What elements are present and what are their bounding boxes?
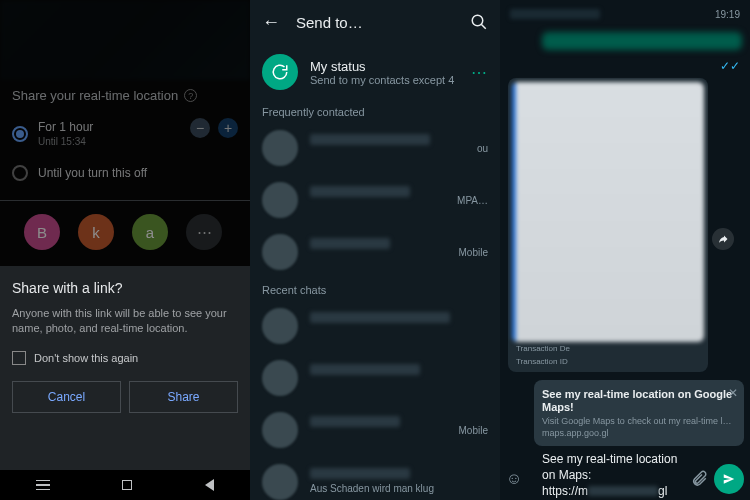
- contact-name-blurred: [310, 312, 450, 323]
- contact-sub: Mobile: [459, 425, 488, 436]
- section-frequently-contacted: Frequently contacted: [250, 100, 500, 122]
- help-icon[interactable]: ?: [184, 89, 197, 102]
- image-caption: Transaction ID: [512, 355, 704, 368]
- nav-home-icon[interactable]: [122, 480, 132, 490]
- chat-input-row: ☺: [506, 464, 744, 494]
- contact-row[interactable]: [250, 300, 500, 352]
- option-label: For 1 hour Until 15:34: [38, 120, 93, 149]
- chat-area[interactable]: ✓✓ Transaction De Transaction ID ✕ See m…: [500, 28, 750, 500]
- back-icon[interactable]: ←: [262, 12, 280, 33]
- option-label: Until you turn this off: [38, 166, 147, 180]
- svg-line-1: [481, 24, 486, 29]
- sheet-button-row: Cancel Share: [12, 381, 238, 413]
- duration-option-until-off[interactable]: Until you turn this off: [12, 165, 238, 181]
- status-refresh-icon: [262, 54, 298, 90]
- contact-name-blurred: [310, 468, 410, 479]
- more-avatar-button[interactable]: ⋯: [186, 214, 222, 250]
- contact-sub: MPA…: [457, 195, 488, 206]
- nav-recents-icon[interactable]: [36, 480, 50, 491]
- page-title: Send to…: [296, 14, 454, 31]
- contact-row[interactable]: Mobile: [250, 226, 500, 278]
- msg-timestamp: 19:19: [715, 9, 740, 20]
- divider: [0, 200, 250, 201]
- maps-share-panel: Share your real-time location ? For 1 ho…: [0, 0, 250, 500]
- link-subtitle: Visit Google Maps to check out my real-t…: [542, 416, 736, 426]
- avatar[interactable]: a: [132, 214, 168, 250]
- contact-name-blurred: [310, 364, 420, 375]
- link-title: See my real-time location on Google Maps…: [542, 388, 736, 414]
- send-button[interactable]: [714, 464, 744, 494]
- emoji-icon[interactable]: ☺: [506, 470, 522, 488]
- image-thumbnail[interactable]: [512, 82, 704, 342]
- read-ticks-icon: ✓✓: [720, 59, 740, 73]
- image-caption: Transaction De: [512, 342, 704, 355]
- share-button[interactable]: Share: [129, 381, 238, 413]
- status-more-icon[interactable]: ⋯: [471, 63, 488, 82]
- avatar[interactable]: k: [78, 214, 114, 250]
- outgoing-msg-blurred[interactable]: [542, 32, 742, 50]
- chat-topline: 19:19: [500, 0, 750, 28]
- link-preview-card[interactable]: ✕ See my real-time location on Google Ma…: [534, 380, 744, 446]
- search-icon[interactable]: [470, 13, 488, 31]
- forward-icon[interactable]: [712, 228, 734, 250]
- contact-row[interactable]: [250, 352, 500, 404]
- send-to-header: ← Send to…: [250, 0, 500, 44]
- contact-sub: ou: [477, 143, 488, 154]
- android-navbar: [0, 470, 250, 500]
- share-header-text: Share your real-time location: [12, 88, 178, 103]
- contact-name-blurred: [310, 186, 410, 197]
- avatar: [262, 412, 298, 448]
- svg-point-0: [472, 15, 483, 26]
- close-icon[interactable]: ✕: [728, 386, 738, 400]
- checkbox-label: Don't show this again: [34, 352, 138, 364]
- status-subtitle: Send to my contacts except 4: [310, 74, 459, 86]
- contact-row[interactable]: ou: [250, 122, 500, 174]
- whatsapp-send-to-panel: ← Send to… My status Send to my contacts…: [250, 0, 500, 500]
- link-domain: maps.app.goo.gl: [542, 428, 736, 438]
- checkbox-icon: [12, 351, 26, 365]
- sender-blurred: [510, 9, 600, 19]
- contact-name-blurred: [310, 416, 400, 427]
- dont-show-again-checkbox[interactable]: Don't show this again: [12, 351, 238, 365]
- contact-sub: Aus Schaden wird man klug: [310, 483, 488, 494]
- section-recent-chats: Recent chats: [250, 278, 500, 300]
- minus-button[interactable]: −: [190, 118, 210, 138]
- radio-unselected-icon: [12, 165, 28, 181]
- status-title: My status: [310, 59, 459, 74]
- avatar[interactable]: B: [24, 214, 60, 250]
- avatar: [262, 130, 298, 166]
- status-text: My status Send to my contacts except 4: [310, 59, 459, 86]
- share-header: Share your real-time location ?: [12, 88, 197, 103]
- share-target-avatars: B k a ⋯: [24, 214, 222, 250]
- contact-row[interactable]: Mobile: [250, 404, 500, 456]
- cancel-button[interactable]: Cancel: [12, 381, 121, 413]
- sheet-title: Share with a link?: [12, 280, 238, 296]
- avatar: [262, 360, 298, 396]
- contact-name-blurred: [310, 134, 430, 145]
- plus-button[interactable]: +: [218, 118, 238, 138]
- contact-row[interactable]: Aus Schaden wird man klug: [250, 456, 500, 500]
- contact-name-blurred: [310, 238, 390, 249]
- duration-adjust: − +: [190, 118, 238, 138]
- avatar: [262, 182, 298, 218]
- contact-row[interactable]: MPA…: [250, 174, 500, 226]
- confirm-share-sheet: Share with a link? Anyone with this link…: [0, 266, 250, 500]
- incoming-image-msg[interactable]: Transaction De Transaction ID: [508, 78, 708, 372]
- contact-sub: Mobile: [459, 247, 488, 258]
- radio-selected-icon: [12, 126, 28, 142]
- whatsapp-chat-panel: 19:19 ✓✓ Transaction De Transaction ID ✕…: [500, 0, 750, 500]
- attach-icon[interactable]: [690, 470, 708, 488]
- sheet-body: Anyone with this link will be able to se…: [12, 306, 238, 337]
- avatar: [262, 234, 298, 270]
- my-status-row[interactable]: My status Send to my contacts except 4 ⋯: [250, 44, 500, 100]
- avatar: [262, 308, 298, 344]
- nav-back-icon[interactable]: [205, 479, 214, 491]
- avatar: [262, 464, 298, 500]
